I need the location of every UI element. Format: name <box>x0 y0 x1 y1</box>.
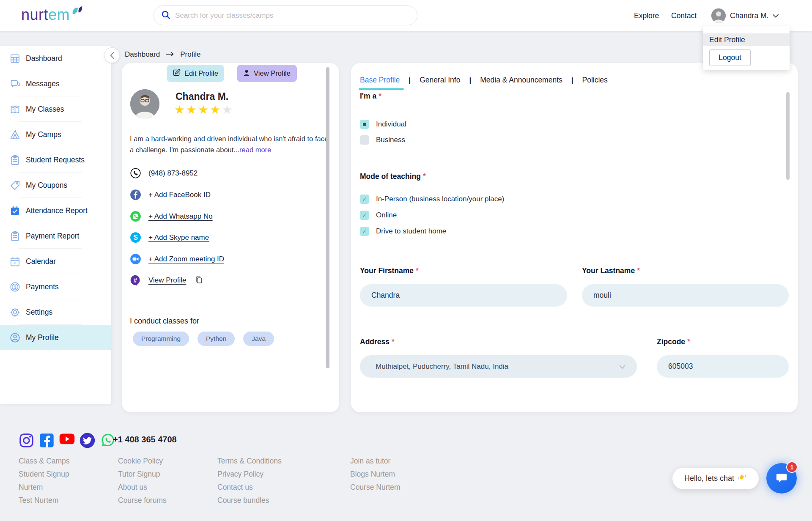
footer-link[interactable]: Student Signup <box>19 470 70 478</box>
top-header: nurtem Explore Contact <box>0 0 812 31</box>
sidebar-item-student-requests[interactable]: Student Requests <box>0 147 111 173</box>
search-input[interactable] <box>175 11 410 20</box>
tab-media-announcements[interactable]: Media & Announcements <box>480 76 562 85</box>
sidebar-item-my-classes[interactable]: My Classes <box>0 96 111 122</box>
hash-bubble-icon: # <box>130 274 141 286</box>
copy-icon[interactable] <box>194 275 203 286</box>
profile-card-scrollbar[interactable] <box>326 67 329 368</box>
add-zoom-link[interactable]: + Add Zoom meeting ID <box>148 255 224 263</box>
facebook-icon[interactable] <box>39 433 55 448</box>
nav-contact[interactable]: Contact <box>671 0 697 31</box>
tab-base-profile[interactable]: Base Profile <box>360 76 400 85</box>
footer-link[interactable]: Course forums <box>118 496 167 505</box>
chat-unread-badge: 1 <box>786 461 798 473</box>
lastname-label: Your Lastname* <box>582 266 640 275</box>
footer-link[interactable]: Test Nurtem <box>19 496 70 505</box>
add-facebook-link[interactable]: + Add FaceBook ID <box>148 191 211 199</box>
facebook-row: + Add FaceBook ID <box>130 189 211 200</box>
footer-link[interactable]: Nurtem <box>19 483 70 491</box>
footer-link[interactable]: Privacy Policy <box>217 470 282 478</box>
nurtem-logo[interactable]: nurtem <box>21 6 70 24</box>
zoom-row: + Add Zoom meeting ID <box>130 253 224 265</box>
sidebar-item-my-camps[interactable]: My Camps <box>0 122 111 147</box>
search-bar <box>154 5 417 25</box>
tab-general-info[interactable]: General Info <box>420 76 460 85</box>
footer-link[interactable]: Blogs Nurtem <box>350 470 401 478</box>
zipcode-field[interactable] <box>657 355 789 378</box>
tent-icon <box>9 129 21 140</box>
wave-hand-icon <box>737 472 747 485</box>
chevron-down-icon <box>619 362 625 371</box>
sidebar-item-messages[interactable]: Messages <box>0 71 111 96</box>
firstname-field[interactable] <box>360 284 567 307</box>
footer-link[interactable]: Class & Camps <box>19 457 70 465</box>
footer-link[interactable]: Course bundles <box>217 496 282 505</box>
footer-link[interactable]: Terms & Conditions <box>217 457 282 465</box>
youtube-icon[interactable] <box>59 433 75 449</box>
person-circle-icon <box>9 332 21 343</box>
radio-individual: Individual <box>360 120 406 129</box>
sidebar-item-settings[interactable]: Settings <box>0 299 111 325</box>
logout-button[interactable]: Logout <box>709 49 751 66</box>
zoom-video-icon <box>130 253 141 265</box>
messages-icon <box>9 78 21 90</box>
footer-link[interactable]: Contact us <box>217 483 282 491</box>
star-icon <box>222 103 233 116</box>
address-select[interactable]: Muthialpet, Puducherry, Tamil Nadu, Indi… <box>360 355 637 378</box>
back-button[interactable] <box>104 47 120 63</box>
footer-link[interactable]: Course Nurtem <box>350 483 401 491</box>
add-skype-link[interactable]: + Add Skype name <box>148 233 209 242</box>
radio-business-control[interactable] <box>360 135 369 145</box>
pencil-icon <box>173 69 181 78</box>
checkbox-drive-control[interactable] <box>360 227 369 236</box>
checkbox-in-person-control[interactable] <box>360 195 369 204</box>
checkbox-online-control[interactable] <box>360 211 369 220</box>
chat-launcher-button[interactable]: 1 <box>766 463 797 494</box>
skype-icon: S <box>130 232 141 243</box>
sidebar-item-my-profile[interactable]: My Profile <box>0 325 111 350</box>
profile-edit-form-card: Base Profile | General Info | Media & An… <box>351 63 798 412</box>
tab-policies[interactable]: Policies <box>582 76 608 85</box>
tab-separator: | <box>409 76 411 85</box>
tag-programming[interactable]: Programming <box>133 332 189 346</box>
star-icon <box>198 103 210 116</box>
svg-text:31: 31 <box>13 260 17 265</box>
footer-link[interactable]: Tutor Signup <box>118 470 167 478</box>
menu-item-edit-profile[interactable]: Edit Profile <box>703 33 790 46</box>
user-dropdown-menu: Edit Profile Logout <box>703 26 790 70</box>
tag-java[interactable]: Java <box>243 332 274 346</box>
footer-link[interactable]: Join as tutor <box>350 457 401 465</box>
sidebar-item-dashboard[interactable]: Dashboard <box>0 46 111 71</box>
view-profile-link[interactable]: View Profile <box>148 276 186 285</box>
tab-separator: | <box>469 76 471 85</box>
radio-individual-control[interactable] <box>360 120 369 129</box>
footer-link[interactable]: Cookie Policy <box>118 457 167 465</box>
breadcrumb: Dashboard Profile <box>125 50 200 59</box>
sidebar-item-attendance-report[interactable]: Attendance Report <box>0 198 111 223</box>
footer-column-3: Terms & Conditions Privacy Policy Contac… <box>217 457 282 505</box>
firstname-label: Your Firstname* <box>360 266 419 275</box>
nav-explore[interactable]: Explore <box>634 0 659 31</box>
breadcrumb-profile[interactable]: Profile <box>180 50 200 59</box>
form-card-scrollbar[interactable] <box>786 92 790 180</box>
chat-greeting-bubble[interactable]: Hello, lets chat <box>672 468 759 489</box>
profile-name: Chandra M. <box>176 91 228 102</box>
twitter-icon[interactable] <box>80 433 95 448</box>
calendar-icon: 31 <box>9 256 21 267</box>
svg-text:$: $ <box>14 284 16 289</box>
add-whatsapp-link[interactable]: + Add Whatsapp No <box>148 212 213 221</box>
breadcrumb-dashboard[interactable]: Dashboard <box>125 50 160 59</box>
footer-link[interactable]: About us <box>118 483 167 491</box>
tag-python[interactable]: Python <box>198 332 235 346</box>
sidebar-item-payments[interactable]: $ Payments <box>0 274 111 299</box>
sidebar-item-calendar[interactable]: 31 Calendar <box>0 249 111 274</box>
whatsapp-icon <box>130 211 141 222</box>
instagram-icon[interactable] <box>19 433 34 448</box>
sidebar-item-payment-report[interactable]: Payment Report <box>0 223 111 249</box>
read-more-link[interactable]: read more <box>239 146 271 154</box>
clipboard-report-icon <box>9 230 21 242</box>
edit-profile-button[interactable]: Edit Profile <box>167 65 224 82</box>
sidebar-item-my-coupons[interactable]: My Coupons <box>0 173 111 198</box>
view-profile-button[interactable]: View Profile <box>237 65 297 82</box>
lastname-field[interactable] <box>582 284 789 307</box>
